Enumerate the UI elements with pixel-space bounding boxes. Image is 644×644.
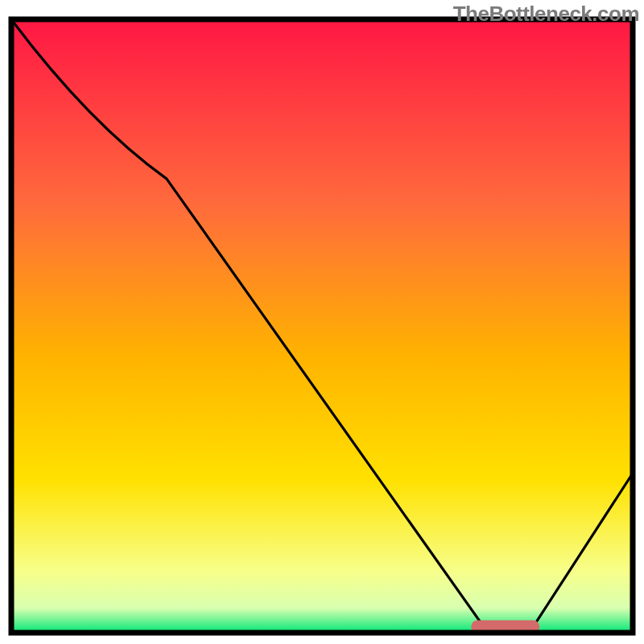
bottleneck-chart (0, 0, 644, 644)
chart-stage: TheBottleneck.com (0, 0, 644, 644)
watermark-label: TheBottleneck.com (453, 2, 639, 27)
plot-background-gradient (11, 19, 633, 633)
